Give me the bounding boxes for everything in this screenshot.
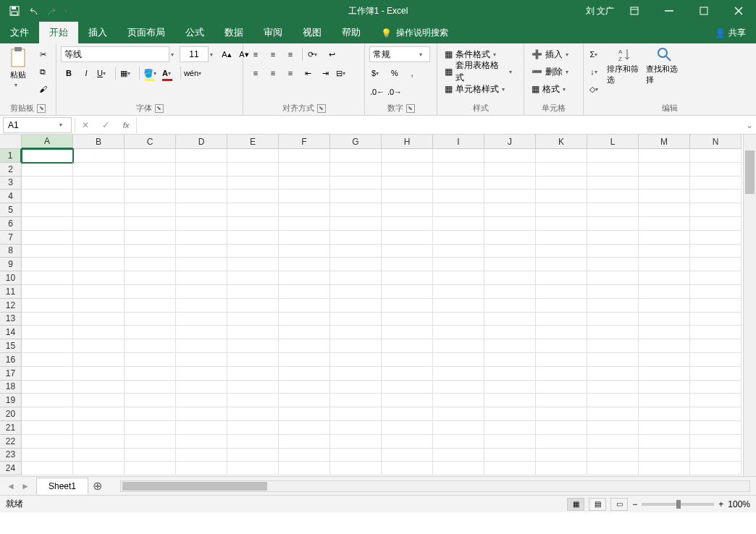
cell-E13[interactable] [227, 313, 279, 326]
zoom-in-button[interactable]: + [718, 499, 723, 509]
cell-A24[interactable] [22, 462, 73, 475]
accounting-button[interactable]: $▾ [369, 65, 385, 81]
col-header-K[interactable]: K [536, 135, 587, 149]
vscroll-thumb[interactable] [745, 151, 755, 194]
cell-L18[interactable] [587, 381, 639, 394]
cell-L21[interactable] [587, 421, 639, 435]
cell-D2[interactable] [176, 163, 227, 177]
cell-L2[interactable] [587, 163, 639, 177]
tab-file[interactable]: 文件 [0, 22, 39, 43]
cell-A3[interactable] [22, 177, 73, 190]
decrease-decimal-button[interactable]: .0→ [387, 84, 403, 100]
cell-C22[interactable] [125, 435, 176, 449]
col-header-B[interactable]: B [73, 135, 125, 149]
cell-B15[interactable] [73, 339, 125, 353]
cell-N18[interactable] [690, 381, 742, 394]
cell-J19[interactable] [484, 394, 536, 407]
cell-H16[interactable] [382, 353, 433, 367]
tab-view[interactable]: 视图 [293, 22, 332, 43]
user-name[interactable]: 刘 文广 [586, 5, 614, 17]
cell-I20[interactable] [433, 407, 484, 421]
cell-A11[interactable] [22, 285, 73, 299]
cell-M17[interactable] [639, 367, 690, 381]
cell-N24[interactable] [690, 462, 742, 475]
normal-view-button[interactable]: ▦ [567, 498, 584, 511]
cell-J10[interactable] [484, 271, 536, 285]
sort-filter-button[interactable]: AZ 排序和筛选 [607, 46, 643, 85]
cell-B12[interactable] [73, 299, 125, 313]
cell-I1[interactable] [433, 149, 484, 163]
row-header-17[interactable]: 17 [0, 367, 22, 381]
cell-H7[interactable] [382, 231, 433, 245]
cell-E5[interactable] [227, 203, 279, 217]
cell-J13[interactable] [484, 313, 536, 326]
qat-customize[interactable]: ▾ [62, 2, 70, 20]
cell-C20[interactable] [125, 407, 176, 421]
cell-I8[interactable] [433, 245, 484, 258]
cell-H23[interactable] [382, 449, 433, 462]
cell-I14[interactable] [433, 326, 484, 339]
cell-H9[interactable] [382, 258, 433, 271]
cell-J18[interactable] [484, 381, 536, 394]
cell-H15[interactable] [382, 339, 433, 353]
bold-button[interactable]: B [61, 65, 77, 81]
col-header-M[interactable]: M [639, 135, 690, 149]
cell-M9[interactable] [639, 258, 690, 271]
col-header-I[interactable]: I [433, 135, 484, 149]
cell-E22[interactable] [227, 435, 279, 449]
cell-M15[interactable] [639, 339, 690, 353]
cell-M13[interactable] [639, 313, 690, 326]
cell-C10[interactable] [125, 271, 176, 285]
cell-G21[interactable] [330, 421, 382, 435]
cell-L13[interactable] [587, 313, 639, 326]
cell-K18[interactable] [536, 381, 587, 394]
cell-C18[interactable] [125, 381, 176, 394]
tell-me-search[interactable]: 💡 操作说明搜索 [371, 22, 458, 43]
cell-L10[interactable] [587, 271, 639, 285]
cell-L20[interactable] [587, 407, 639, 421]
cell-I7[interactable] [433, 231, 484, 245]
cell-H24[interactable] [382, 462, 433, 475]
cell-D20[interactable] [176, 407, 227, 421]
clipboard-launcher[interactable]: ⬊ [37, 104, 46, 113]
cell-G20[interactable] [330, 407, 382, 421]
cell-J22[interactable] [484, 435, 536, 449]
cell-N17[interactable] [690, 367, 742, 381]
cell-K10[interactable] [536, 271, 587, 285]
cell-N20[interactable] [690, 407, 742, 421]
cell-L19[interactable] [587, 394, 639, 407]
cell-C23[interactable] [125, 449, 176, 462]
cell-E8[interactable] [227, 245, 279, 258]
cell-N2[interactable] [690, 163, 742, 177]
cell-N7[interactable] [690, 231, 742, 245]
cell-L16[interactable] [587, 353, 639, 367]
align-middle-button[interactable]: ≡ [265, 46, 281, 62]
cell-M18[interactable] [639, 381, 690, 394]
name-box[interactable]: A1▾ [3, 117, 72, 133]
cell-N14[interactable] [690, 326, 742, 339]
cell-N15[interactable] [690, 339, 742, 353]
cell-C11[interactable] [125, 285, 176, 299]
cell-F20[interactable] [279, 407, 330, 421]
autosum-button[interactable]: Σ▾ [588, 46, 604, 62]
cell-F19[interactable] [279, 394, 330, 407]
row-header-13[interactable]: 13 [0, 313, 22, 326]
cell-D11[interactable] [176, 285, 227, 299]
cell-G12[interactable] [330, 299, 382, 313]
cell-A19[interactable] [22, 394, 73, 407]
cell-J6[interactable] [484, 217, 536, 231]
cell-C13[interactable] [125, 313, 176, 326]
cell-F24[interactable] [279, 462, 330, 475]
cell-M6[interactable] [639, 217, 690, 231]
cell-M12[interactable] [639, 299, 690, 313]
col-header-C[interactable]: C [125, 135, 176, 149]
cell-G9[interactable] [330, 258, 382, 271]
cell-E16[interactable] [227, 353, 279, 367]
phonetic-button[interactable]: wén▾ [185, 65, 201, 81]
clear-button[interactable]: ◇▾ [588, 81, 604, 97]
cell-H20[interactable] [382, 407, 433, 421]
undo-button[interactable] [25, 2, 42, 20]
insert-function-button[interactable]: fx [116, 117, 136, 133]
vertical-scrollbar[interactable] [743, 135, 756, 476]
cell-G24[interactable] [330, 462, 382, 475]
